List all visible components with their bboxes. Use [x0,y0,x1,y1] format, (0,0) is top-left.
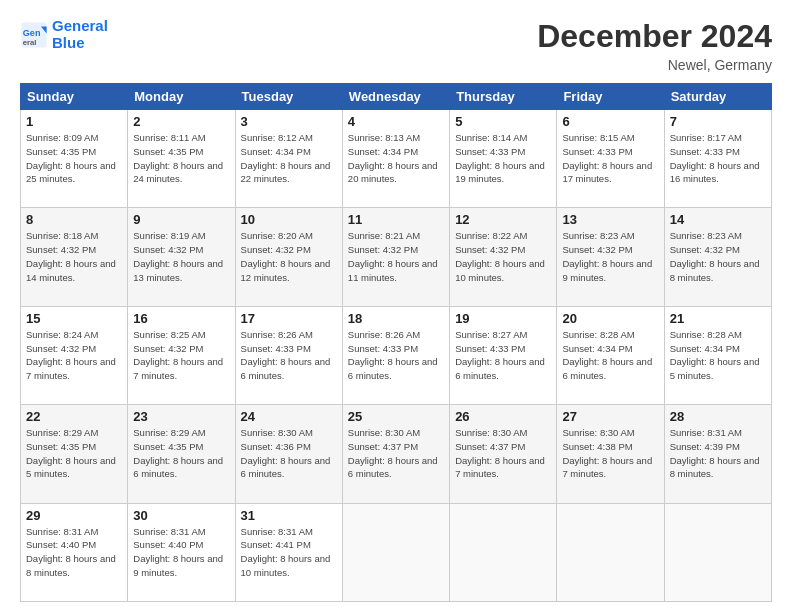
sunset-label: Sunset: 4:41 PM [241,539,311,550]
day-cell: 22 Sunrise: 8:29 AM Sunset: 4:35 PM Dayl… [21,405,128,503]
daylight-label: Daylight: 8 hours and 10 minutes. [455,258,545,283]
day-cell: 25 Sunrise: 8:30 AM Sunset: 4:37 PM Dayl… [342,405,449,503]
day-cell: 18 Sunrise: 8:26 AM Sunset: 4:33 PM Dayl… [342,306,449,404]
logo-text: General Blue [52,18,108,51]
day-info: Sunrise: 8:25 AM Sunset: 4:32 PM Dayligh… [133,328,229,383]
sunrise-label: Sunrise: 8:31 AM [670,427,742,438]
sunset-label: Sunset: 4:33 PM [670,146,740,157]
sunrise-label: Sunrise: 8:30 AM [455,427,527,438]
header: Gen eral General Blue December 2024 Newe… [20,18,772,73]
day-number: 8 [26,212,122,227]
day-cell [557,503,664,601]
sunset-label: Sunset: 4:38 PM [562,441,632,452]
day-number: 28 [670,409,766,424]
day-info: Sunrise: 8:09 AM Sunset: 4:35 PM Dayligh… [26,131,122,186]
sunset-label: Sunset: 4:35 PM [133,146,203,157]
sunrise-label: Sunrise: 8:14 AM [455,132,527,143]
sunrise-label: Sunrise: 8:21 AM [348,230,420,241]
day-number: 10 [241,212,337,227]
sunrise-label: Sunrise: 8:31 AM [241,526,313,537]
day-number: 5 [455,114,551,129]
daylight-label: Daylight: 8 hours and 19 minutes. [455,160,545,185]
day-number: 25 [348,409,444,424]
sunrise-label: Sunrise: 8:29 AM [133,427,205,438]
sunrise-label: Sunrise: 8:25 AM [133,329,205,340]
sunrise-label: Sunrise: 8:30 AM [241,427,313,438]
sunset-label: Sunset: 4:32 PM [670,244,740,255]
day-cell: 30 Sunrise: 8:31 AM Sunset: 4:40 PM Dayl… [128,503,235,601]
day-info: Sunrise: 8:29 AM Sunset: 4:35 PM Dayligh… [26,426,122,481]
daylight-label: Daylight: 8 hours and 22 minutes. [241,160,331,185]
daylight-label: Daylight: 8 hours and 25 minutes. [26,160,116,185]
week-row-4: 22 Sunrise: 8:29 AM Sunset: 4:35 PM Dayl… [21,405,772,503]
sunset-label: Sunset: 4:33 PM [562,146,632,157]
day-cell: 1 Sunrise: 8:09 AM Sunset: 4:35 PM Dayli… [21,110,128,208]
daylight-label: Daylight: 8 hours and 5 minutes. [670,356,760,381]
sunset-label: Sunset: 4:34 PM [348,146,418,157]
day-number: 17 [241,311,337,326]
day-info: Sunrise: 8:14 AM Sunset: 4:33 PM Dayligh… [455,131,551,186]
day-cell: 3 Sunrise: 8:12 AM Sunset: 4:34 PM Dayli… [235,110,342,208]
day-cell: 17 Sunrise: 8:26 AM Sunset: 4:33 PM Dayl… [235,306,342,404]
daylight-label: Daylight: 8 hours and 11 minutes. [348,258,438,283]
day-info: Sunrise: 8:15 AM Sunset: 4:33 PM Dayligh… [562,131,658,186]
day-number: 14 [670,212,766,227]
day-info: Sunrise: 8:26 AM Sunset: 4:33 PM Dayligh… [348,328,444,383]
day-number: 20 [562,311,658,326]
day-info: Sunrise: 8:28 AM Sunset: 4:34 PM Dayligh… [670,328,766,383]
sunrise-label: Sunrise: 8:13 AM [348,132,420,143]
sunrise-label: Sunrise: 8:12 AM [241,132,313,143]
day-info: Sunrise: 8:26 AM Sunset: 4:33 PM Dayligh… [241,328,337,383]
sunset-label: Sunset: 4:32 PM [562,244,632,255]
sunset-label: Sunset: 4:33 PM [241,343,311,354]
day-info: Sunrise: 8:31 AM Sunset: 4:39 PM Dayligh… [670,426,766,481]
day-number: 12 [455,212,551,227]
daylight-label: Daylight: 8 hours and 14 minutes. [26,258,116,283]
day-number: 11 [348,212,444,227]
sunrise-label: Sunrise: 8:11 AM [133,132,205,143]
day-info: Sunrise: 8:21 AM Sunset: 4:32 PM Dayligh… [348,229,444,284]
day-cell: 11 Sunrise: 8:21 AM Sunset: 4:32 PM Dayl… [342,208,449,306]
daylight-label: Daylight: 8 hours and 12 minutes. [241,258,331,283]
sunrise-label: Sunrise: 8:26 AM [348,329,420,340]
day-info: Sunrise: 8:20 AM Sunset: 4:32 PM Dayligh… [241,229,337,284]
day-cell: 15 Sunrise: 8:24 AM Sunset: 4:32 PM Dayl… [21,306,128,404]
daylight-label: Daylight: 8 hours and 7 minutes. [562,455,652,480]
sunrise-label: Sunrise: 8:31 AM [133,526,205,537]
sunset-label: Sunset: 4:40 PM [133,539,203,550]
sunrise-label: Sunrise: 8:23 AM [562,230,634,241]
day-number: 30 [133,508,229,523]
sunset-label: Sunset: 4:40 PM [26,539,96,550]
day-cell: 31 Sunrise: 8:31 AM Sunset: 4:41 PM Dayl… [235,503,342,601]
day-info: Sunrise: 8:11 AM Sunset: 4:35 PM Dayligh… [133,131,229,186]
day-info: Sunrise: 8:31 AM Sunset: 4:41 PM Dayligh… [241,525,337,580]
day-cell [342,503,449,601]
daylight-label: Daylight: 8 hours and 5 minutes. [26,455,116,480]
daylight-label: Daylight: 8 hours and 8 minutes. [670,455,760,480]
sunset-label: Sunset: 4:35 PM [133,441,203,452]
month-title: December 2024 [537,18,772,55]
day-cell: 10 Sunrise: 8:20 AM Sunset: 4:32 PM Dayl… [235,208,342,306]
sunrise-label: Sunrise: 8:28 AM [670,329,742,340]
day-number: 3 [241,114,337,129]
day-info: Sunrise: 8:28 AM Sunset: 4:34 PM Dayligh… [562,328,658,383]
daylight-label: Daylight: 8 hours and 8 minutes. [26,553,116,578]
sunset-label: Sunset: 4:33 PM [455,343,525,354]
daylight-label: Daylight: 8 hours and 17 minutes. [562,160,652,185]
week-row-5: 29 Sunrise: 8:31 AM Sunset: 4:40 PM Dayl… [21,503,772,601]
day-cell: 20 Sunrise: 8:28 AM Sunset: 4:34 PM Dayl… [557,306,664,404]
day-number: 13 [562,212,658,227]
svg-text:Gen: Gen [23,28,41,38]
daylight-label: Daylight: 8 hours and 7 minutes. [455,455,545,480]
col-sunday: Sunday [21,84,128,110]
col-monday: Monday [128,84,235,110]
day-number: 4 [348,114,444,129]
sunrise-label: Sunrise: 8:28 AM [562,329,634,340]
col-tuesday: Tuesday [235,84,342,110]
day-cell: 23 Sunrise: 8:29 AM Sunset: 4:35 PM Dayl… [128,405,235,503]
sunset-label: Sunset: 4:32 PM [26,244,96,255]
day-cell: 21 Sunrise: 8:28 AM Sunset: 4:34 PM Dayl… [664,306,771,404]
day-info: Sunrise: 8:23 AM Sunset: 4:32 PM Dayligh… [670,229,766,284]
day-info: Sunrise: 8:19 AM Sunset: 4:32 PM Dayligh… [133,229,229,284]
day-cell: 5 Sunrise: 8:14 AM Sunset: 4:33 PM Dayli… [450,110,557,208]
